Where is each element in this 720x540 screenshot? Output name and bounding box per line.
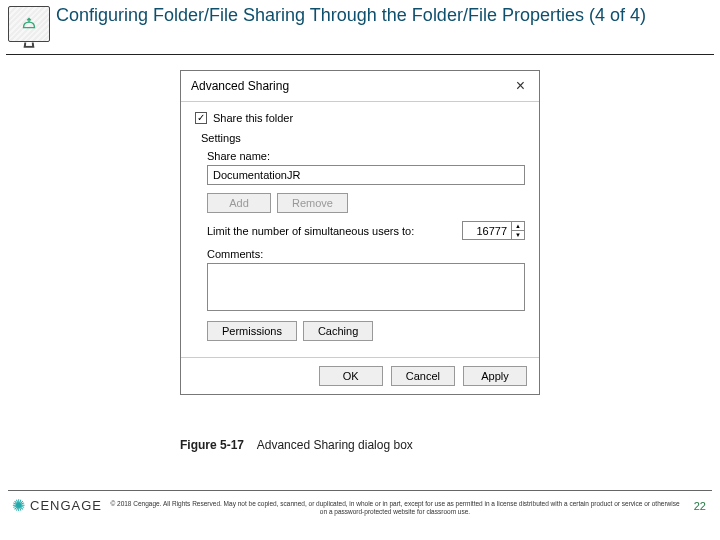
- permissions-button[interactable]: Permissions: [207, 321, 297, 341]
- stepper-arrows[interactable]: ▲ ▼: [511, 222, 524, 239]
- share-name-label: Share name:: [207, 150, 525, 162]
- ok-button[interactable]: OK: [319, 366, 383, 386]
- chevron-down-icon[interactable]: ▼: [512, 231, 524, 239]
- page-number: 22: [694, 500, 706, 512]
- brand-logo: ✺ CENGAGE: [12, 496, 102, 515]
- copyright-text: © 2018 Cengage. All Rights Reserved. May…: [110, 500, 680, 517]
- close-icon[interactable]: ×: [512, 77, 529, 95]
- slide-title: Configuring Folder/File Sharing Through …: [56, 4, 710, 27]
- cancel-button[interactable]: Cancel: [391, 366, 455, 386]
- remove-button[interactable]: Remove: [277, 193, 348, 213]
- apply-button[interactable]: Apply: [463, 366, 527, 386]
- share-name-input[interactable]: [207, 165, 525, 185]
- chevron-up-icon[interactable]: ▲: [512, 222, 524, 231]
- settings-group-label: Settings: [195, 132, 525, 144]
- figure-number: Figure 5-17: [180, 438, 244, 452]
- title-divider: [6, 54, 714, 55]
- advanced-sharing-dialog: Advanced Sharing × ✓ Share this folder S…: [180, 70, 540, 395]
- comments-input[interactable]: [207, 263, 525, 311]
- caching-button[interactable]: Caching: [303, 321, 373, 341]
- comments-label: Comments:: [207, 248, 525, 260]
- limit-users-label: Limit the number of simultaneous users t…: [207, 225, 414, 237]
- limit-users-input[interactable]: [463, 223, 511, 239]
- checkbox-checked-icon: ✓: [195, 112, 207, 124]
- burst-icon: ✺: [12, 496, 26, 515]
- figure-caption: Figure 5-17 Advanced Sharing dialog box: [180, 438, 413, 452]
- limit-users-stepper[interactable]: ▲ ▼: [462, 221, 525, 240]
- dialog-title-text: Advanced Sharing: [191, 79, 289, 93]
- add-button[interactable]: Add: [207, 193, 271, 213]
- share-folder-label: Share this folder: [213, 112, 293, 124]
- dialog-titlebar: Advanced Sharing ×: [181, 71, 539, 102]
- monitor-stand-icon: [24, 43, 35, 48]
- brand-text: CENGAGE: [30, 498, 102, 513]
- dialog-footer: OK Cancel Apply: [181, 357, 539, 394]
- footer-divider: [8, 490, 712, 491]
- figure-caption-text: Advanced Sharing dialog box: [257, 438, 413, 452]
- share-folder-checkbox[interactable]: ✓ Share this folder: [195, 112, 525, 124]
- slide-monitor-icon: [8, 6, 50, 42]
